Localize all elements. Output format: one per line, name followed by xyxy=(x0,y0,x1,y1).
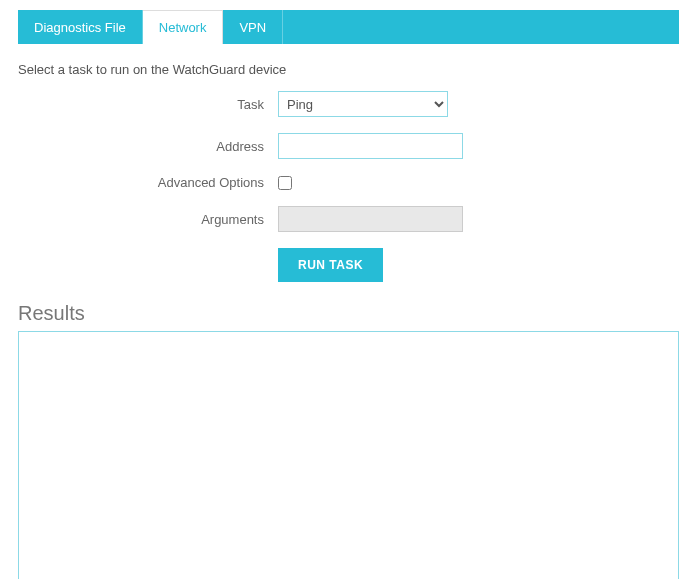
row-address: Address xyxy=(18,133,679,159)
run-task-button[interactable]: RUN TASK xyxy=(278,248,383,282)
arguments-input xyxy=(278,206,463,232)
address-input[interactable] xyxy=(278,133,463,159)
row-task: Task Ping xyxy=(18,91,679,117)
results-heading: Results xyxy=(18,302,679,325)
instruction-text: Select a task to run on the WatchGuard d… xyxy=(18,62,679,77)
tab-network[interactable]: Network xyxy=(143,10,224,44)
advanced-options-checkbox[interactable] xyxy=(278,176,292,190)
task-label: Task xyxy=(18,97,278,112)
tab-bar: Diagnostics File Network VPN xyxy=(18,10,679,44)
address-label: Address xyxy=(18,139,278,154)
button-row: RUN TASK xyxy=(278,248,679,282)
advanced-options-label: Advanced Options xyxy=(18,175,278,190)
tab-vpn[interactable]: VPN xyxy=(223,10,283,44)
row-advanced-options: Advanced Options xyxy=(18,175,679,190)
task-select[interactable]: Ping xyxy=(278,91,448,117)
arguments-label: Arguments xyxy=(18,212,278,227)
row-arguments: Arguments xyxy=(18,206,679,232)
tab-diagnostics-file[interactable]: Diagnostics File xyxy=(18,10,143,44)
results-textarea[interactable] xyxy=(18,331,679,579)
